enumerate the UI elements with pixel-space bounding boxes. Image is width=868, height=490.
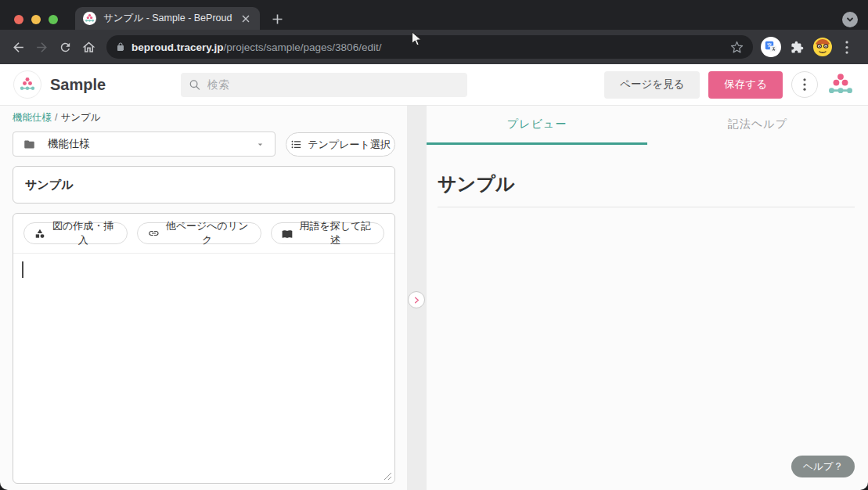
- main-content: 機能仕様/サンプル 機能仕様 テンプレート選択: [0, 106, 868, 490]
- project-title: Sample: [50, 76, 106, 94]
- preview-pane: プレビュー 記法ヘルプ サンプル ヘルプ？: [427, 106, 868, 490]
- extensions-puzzle-icon[interactable]: [787, 35, 806, 59]
- navbar-extensions: [761, 35, 855, 59]
- editor-box: 図の作成・挿入 他ページへのリンク 用語を探して記述: [13, 213, 395, 484]
- editor-pane: 機能仕様/サンプル 機能仕様 テンプレート選択: [0, 106, 407, 490]
- window-corner-right: [860, 482, 868, 490]
- browser-window: サンプル - Sample - BeProud beproud.tracery.…: [0, 0, 868, 490]
- pane-divider: [407, 106, 427, 490]
- preview-tabs: プレビュー 記法ヘルプ: [427, 106, 868, 145]
- help-button[interactable]: ヘルプ？: [791, 456, 855, 477]
- window-controls: [14, 15, 58, 24]
- editor-toolbar: 図の作成・挿入 他ページへのリンク 用語を探して記述: [13, 214, 394, 254]
- page-menu-kebab-icon[interactable]: [791, 71, 818, 98]
- url-text: beproud.tracery.jp/projects/sample/pages…: [131, 41, 730, 53]
- chevron-right-icon: [412, 296, 421, 304]
- tracery-favicon-icon: [83, 12, 96, 25]
- breadcrumb-separator: /: [55, 112, 57, 123]
- insert-diagram-button[interactable]: 図の作成・挿入: [23, 222, 128, 244]
- tab-syntax-help[interactable]: 記法ヘルプ: [647, 106, 868, 145]
- collapse-pane-handle[interactable]: [408, 291, 425, 308]
- editor-body: [13, 254, 394, 483]
- browser-navbar: beproud.tracery.jp/projects/sample/pages…: [0, 30, 868, 64]
- window-close-button[interactable]: [14, 15, 23, 24]
- folder-select-value: 機能仕様: [48, 137, 255, 151]
- browser-menu-kebab-icon[interactable]: [839, 35, 855, 59]
- browser-tabstrip: サンプル - Sample - BeProud: [0, 0, 868, 30]
- page-link-button[interactable]: 他ページへのリンク: [137, 222, 261, 244]
- breadcrumb: 機能仕様/サンプル: [13, 111, 395, 124]
- mouse-cursor: [411, 31, 423, 48]
- profile-avatar[interactable]: [812, 37, 833, 57]
- template-select-button[interactable]: テンプレート選択: [286, 132, 395, 157]
- tab-preview[interactable]: プレビュー: [427, 106, 647, 145]
- textarea-resize-handle[interactable]: [384, 472, 392, 481]
- app-header: Sample ページを見る 保存する: [0, 64, 868, 106]
- folder-row: 機能仕様 テンプレート選択: [13, 132, 395, 157]
- folder-select[interactable]: 機能仕様: [13, 132, 276, 157]
- address-bar[interactable]: beproud.tracery.jp/projects/sample/pages…: [106, 35, 753, 59]
- window-corner-left: [0, 482, 8, 490]
- search-icon: [189, 78, 201, 92]
- template-select-label: テンプレート選択: [308, 138, 391, 152]
- page-title-input[interactable]: [25, 178, 383, 192]
- search-box[interactable]: [181, 73, 467, 97]
- tab-close-icon[interactable]: [239, 12, 252, 25]
- tab-title: サンプル - Sample - BeProud: [103, 12, 239, 25]
- text-cursor: [22, 261, 23, 278]
- preview-content: サンプル: [427, 145, 868, 207]
- view-page-button[interactable]: ページを見る: [604, 71, 700, 99]
- book-icon: [282, 228, 293, 240]
- search-input[interactable]: [207, 78, 459, 91]
- translate-extension-icon[interactable]: [761, 37, 781, 57]
- link-icon: [148, 227, 160, 240]
- breadcrumb-current: サンプル: [60, 112, 100, 123]
- save-button[interactable]: 保存する: [708, 71, 783, 99]
- browser-tab[interactable]: サンプル - Sample - BeProud: [75, 7, 260, 30]
- heading-divider: [438, 207, 855, 207]
- project-logo-icon[interactable]: [13, 70, 41, 99]
- preview-heading: サンプル: [438, 171, 855, 196]
- url-path: /projects/sample/pages/3806/edit/: [224, 41, 382, 53]
- folder-icon: [23, 139, 36, 150]
- back-button[interactable]: [6, 35, 30, 59]
- reload-button[interactable]: [53, 35, 77, 59]
- home-button[interactable]: [77, 35, 100, 59]
- term-search-label: 用語を探して記述: [297, 219, 373, 247]
- page-title-field[interactable]: [13, 166, 395, 204]
- page-body-textarea[interactable]: [13, 254, 394, 483]
- tracery-logo-icon[interactable]: [827, 73, 855, 96]
- new-tab-button[interactable]: [269, 11, 285, 27]
- bookmark-star-icon[interactable]: [730, 41, 744, 54]
- window-minimize-button[interactable]: [31, 15, 41, 24]
- forward-button[interactable]: [30, 35, 53, 59]
- shapes-category-icon: [34, 228, 45, 240]
- list-icon: [290, 139, 302, 150]
- chevron-down-icon: [255, 139, 265, 150]
- term-search-button[interactable]: 用語を探して記述: [271, 222, 384, 244]
- url-domain: beproud.tracery.jp: [131, 41, 224, 53]
- header-actions: ページを見る 保存する: [604, 71, 855, 99]
- tab-search-chevron-icon[interactable]: [842, 12, 858, 27]
- page-link-label: 他ページへのリンク: [164, 219, 250, 247]
- breadcrumb-parent-link[interactable]: 機能仕様: [13, 112, 52, 123]
- insert-diagram-label: 図の作成・挿入: [50, 219, 117, 247]
- window-zoom-button[interactable]: [49, 15, 58, 24]
- lock-icon: [116, 41, 125, 52]
